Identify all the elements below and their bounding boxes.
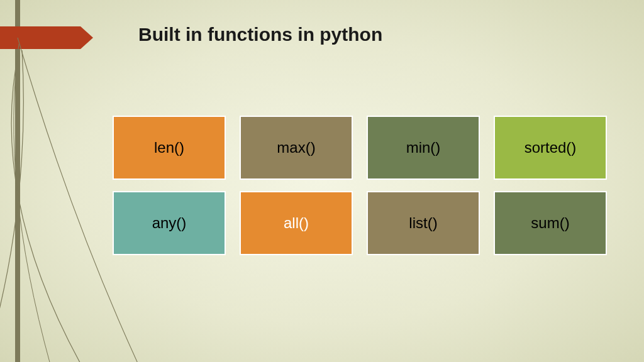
tile-label: any() [152, 214, 187, 232]
slide-title: Built in functions in python [138, 24, 382, 45]
tile-label: len() [154, 139, 184, 156]
tile-len: len() [113, 116, 225, 179]
tile-sorted: sorted() [494, 116, 606, 179]
tile-label: all() [284, 214, 309, 232]
tile-any: any() [113, 192, 225, 255]
tile-sum: sum() [494, 192, 606, 255]
function-grid: len() max() min() sorted() any() all() l… [113, 116, 606, 255]
tile-label: sorted() [525, 139, 577, 156]
left-vertical-bar [15, 0, 20, 362]
tile-label: list() [409, 214, 437, 232]
tile-list: list() [367, 192, 479, 255]
accent-arrow [0, 26, 93, 49]
tile-label: min() [406, 139, 441, 156]
tile-min: min() [367, 116, 479, 179]
tile-label: sum() [531, 214, 569, 232]
tile-all: all() [240, 192, 352, 255]
tile-max: max() [240, 116, 352, 179]
tile-label: max() [277, 139, 315, 156]
